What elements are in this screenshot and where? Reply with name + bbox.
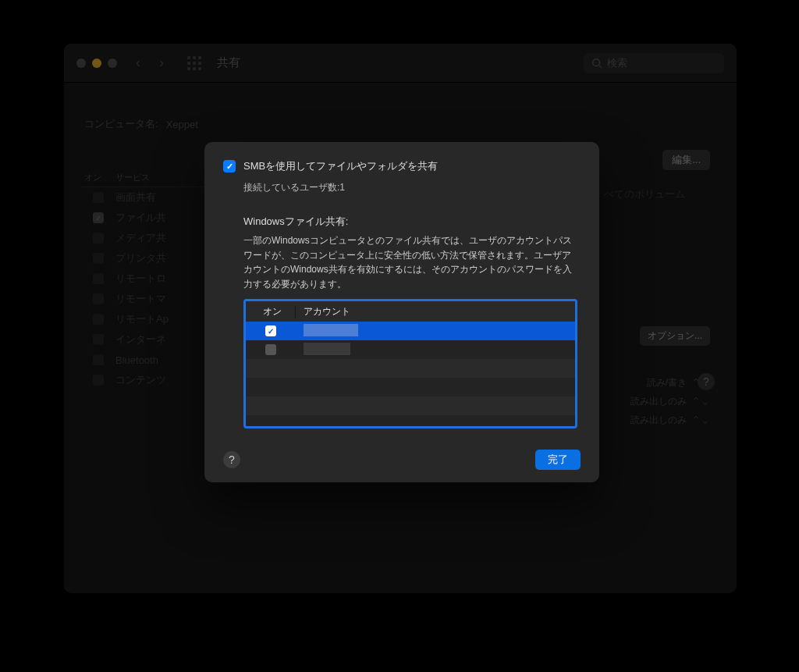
account-row-empty	[246, 378, 575, 396]
sheet-footer: ? 完了	[223, 450, 581, 470]
account-row[interactable]	[246, 322, 575, 340]
smb-checkbox-row: SMBを使用してファイルやフォルダを共有	[223, 159, 581, 173]
smb-options-sheet: SMBを使用してファイルやフォルダを共有 接続しているユーザ数:1 Window…	[204, 142, 599, 482]
help-button[interactable]: ?	[223, 451, 240, 468]
account-name-redacted	[304, 324, 358, 336]
connected-users: 接続しているユーザ数:1	[243, 181, 581, 194]
account-row[interactable]	[246, 340, 575, 359]
account-checkbox[interactable]	[265, 325, 276, 336]
done-button[interactable]: 完了	[535, 450, 581, 470]
col-on: オン	[246, 305, 296, 318]
accounts-table: オン アカウント	[243, 299, 577, 428]
windows-file-sharing-description: 一部のWindowsコンピュータとのファイル共有では、ユーザのアカウントパスワー…	[243, 233, 577, 291]
col-account: アカウント	[296, 305, 350, 318]
windows-file-sharing-title: Windowsファイル共有:	[243, 215, 581, 229]
smb-label: SMBを使用してファイルやフォルダを共有	[243, 159, 438, 173]
account-row-empty	[246, 396, 575, 415]
account-checkbox[interactable]	[265, 344, 276, 355]
account-name-redacted	[304, 343, 350, 355]
account-row-empty	[246, 359, 575, 378]
accounts-header: オン アカウント	[246, 301, 575, 322]
smb-checkbox[interactable]	[223, 160, 236, 172]
